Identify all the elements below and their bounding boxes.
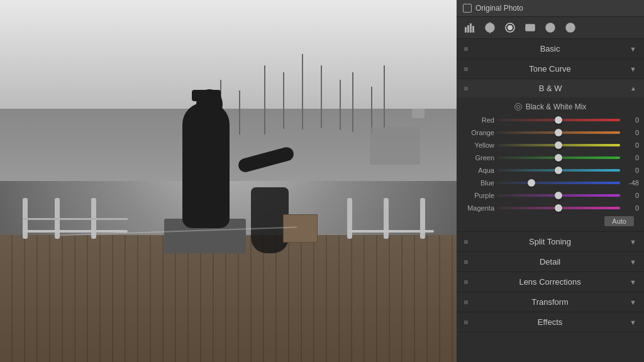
slider-red-bg <box>497 119 620 121</box>
tone-curve-section[interactable]: Tone Curve ▼ <box>457 59 644 79</box>
slider-magenta-label: Magenta <box>462 204 494 212</box>
slider-purple-thumb[interactable] <box>555 192 562 199</box>
slider-green-bg <box>497 156 620 159</box>
slider-green-value: 0 <box>623 154 639 162</box>
slider-yellow-track[interactable] <box>497 140 620 150</box>
slider-orange-thumb[interactable] <box>555 129 562 136</box>
svg-rect-0 <box>465 27 467 33</box>
slider-magenta-value: 0 <box>623 204 639 212</box>
slider-aqua-track[interactable] <box>497 165 620 175</box>
svg-point-9 <box>508 25 513 30</box>
transform-section[interactable]: Transform ▼ <box>457 292 644 312</box>
slider-red-track[interactable] <box>497 115 620 125</box>
split-toning-marker <box>464 240 468 244</box>
slider-red: Red 0 <box>462 114 639 126</box>
bw-header[interactable]: B & W ▲ <box>457 79 644 97</box>
svg-rect-3 <box>472 26 474 33</box>
slider-aqua: Aqua 0 <box>462 164 639 177</box>
split-toning-arrow: ▼ <box>630 238 636 246</box>
slider-magenta-thumb[interactable] <box>555 204 562 212</box>
slider-red-value: 0 <box>623 116 639 124</box>
statue-torso <box>182 102 230 228</box>
bw-arrow: ▲ <box>630 85 636 92</box>
slider-green-thumb[interactable] <box>555 154 562 162</box>
slider-yellow-thumb[interactable] <box>555 141 562 149</box>
slider-green: Green 0 <box>462 151 639 164</box>
slider-purple-value: 0 <box>623 192 639 199</box>
svg-point-5 <box>488 26 492 30</box>
bw-mix-title: Black & White Mix <box>526 102 587 111</box>
svg-rect-1 <box>467 25 469 33</box>
lens-corrections-title: Lens Corrections <box>470 277 630 287</box>
auto-button[interactable]: Auto <box>604 216 634 226</box>
slider-red-label: Red <box>462 116 494 124</box>
transform-title: Transform <box>470 297 630 307</box>
effects-title: Effects <box>470 317 630 327</box>
detail-marker <box>464 260 468 264</box>
bw-title: B & W <box>470 84 630 93</box>
tone-curve-marker <box>464 67 468 71</box>
basic-arrow: ▼ <box>630 45 636 53</box>
slider-aqua-bg <box>497 169 620 172</box>
slider-red-thumb[interactable] <box>555 116 562 124</box>
slider-green-label: Green <box>462 154 494 162</box>
basic-section[interactable]: Basic ▼ <box>457 39 644 59</box>
background-building <box>370 127 420 165</box>
slider-yellow-value: 0 <box>623 141 639 149</box>
basic-title: Basic <box>470 44 630 53</box>
lens-corrections-arrow: ▼ <box>630 278 636 286</box>
mast <box>302 54 303 129</box>
slider-blue-label: Blue <box>462 179 494 187</box>
slider-purple-label: Purple <box>462 192 494 199</box>
slider-blue-track[interactable] <box>497 178 620 188</box>
tone-curve-title: Tone Curve <box>470 64 630 74</box>
split-toning-title: Split Toning <box>470 237 630 246</box>
effects-section[interactable]: Effects ▼ <box>457 312 644 332</box>
circle-tool[interactable] <box>543 21 557 35</box>
mast <box>264 65 265 134</box>
slider-yellow: Yellow 0 <box>462 139 639 151</box>
slider-aqua-value: 0 <box>623 167 639 174</box>
slider-blue-thumb[interactable] <box>528 179 535 187</box>
bw-mix-panel: Black & White Mix Red 0 Orange <box>457 97 644 231</box>
svg-point-11 <box>546 23 555 32</box>
tone-curve-arrow: ▼ <box>630 65 636 73</box>
transform-marker <box>464 300 468 304</box>
basic-marker <box>464 47 468 51</box>
crop-tool[interactable] <box>483 21 497 35</box>
slider-aqua-label: Aqua <box>462 167 494 174</box>
bw-marker <box>464 87 468 90</box>
bw-mix-toggle[interactable] <box>514 103 522 111</box>
rectangle-tool[interactable] <box>523 21 537 35</box>
mast <box>352 72 353 132</box>
slider-blue: Blue -48 <box>462 177 639 189</box>
slider-purple-track[interactable] <box>497 190 620 200</box>
photo-area <box>0 0 457 362</box>
slider-orange-bg <box>497 131 620 134</box>
mast <box>384 65 385 128</box>
slider-aqua-thumb[interactable] <box>555 167 562 174</box>
slider-blue-value: -48 <box>623 179 639 187</box>
mast <box>239 90 240 134</box>
lens-corrections-marker <box>464 280 468 284</box>
slider-magenta-track[interactable] <box>497 203 620 213</box>
mast <box>283 72 284 129</box>
top-bar: Original Photo <box>457 0 644 17</box>
split-toning-section[interactable]: Split Toning ▼ <box>457 232 644 252</box>
slider-orange-track[interactable] <box>497 128 620 138</box>
spot-removal-tool[interactable] <box>503 21 517 35</box>
slider-blue-bg <box>497 182 620 184</box>
slider-green-track[interactable] <box>497 153 620 163</box>
lens-corrections-section[interactable]: Lens Corrections ▼ <box>457 272 644 292</box>
effects-marker <box>464 321 468 324</box>
bw-section: B & W ▲ Black & White Mix Red 0 <box>457 79 644 232</box>
dock <box>0 235 457 362</box>
histogram-tool[interactable] <box>463 21 477 35</box>
detail-section[interactable]: Detail ▼ <box>457 252 644 272</box>
slider-yellow-label: Yellow <box>462 141 494 149</box>
right-panel: Original Photo <box>457 0 644 362</box>
bw-mix-header: Black & White Mix <box>462 100 639 114</box>
effects-arrow: ▼ <box>630 319 636 326</box>
slider-purple: Purple 0 <box>462 189 639 202</box>
erase-tool[interactable] <box>564 21 577 35</box>
